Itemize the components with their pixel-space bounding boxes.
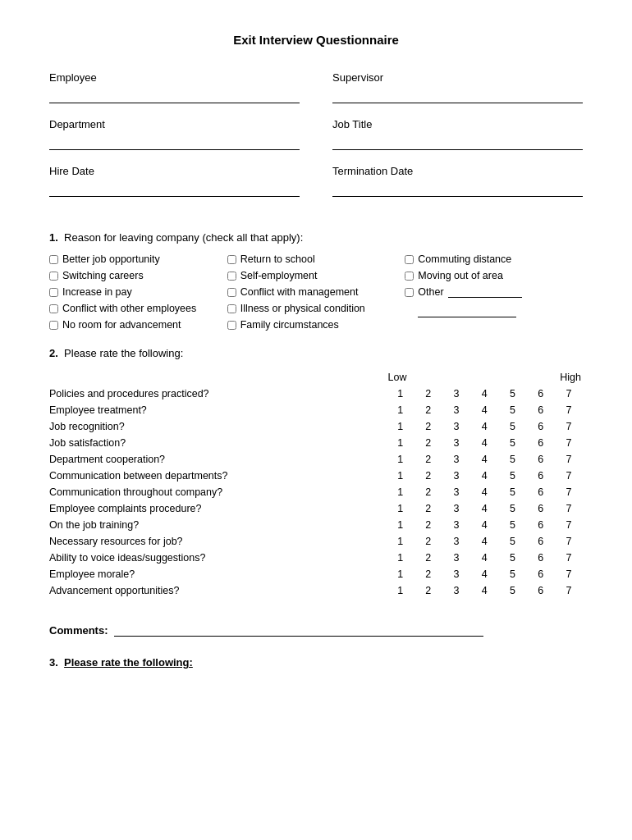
rating-scale-value: 2 <box>414 435 442 451</box>
rating-scale-value: 5 <box>498 468 526 484</box>
rating-scale-value: 7 <box>555 435 583 451</box>
comments-label: Comments: <box>49 624 108 637</box>
rating-scale-value: 4 <box>470 418 498 435</box>
rating-scale-value: 4 <box>470 468 498 484</box>
rating-scale-value: 4 <box>470 484 498 500</box>
rating-scale-value: 4 <box>470 402 498 418</box>
high-header: High <box>555 369 583 386</box>
supervisor-field: Supervisor <box>332 71 583 103</box>
rating-scale-value: 7 <box>555 550 583 566</box>
table-row: Communication throughout company?1234567 <box>49 484 583 500</box>
checkbox-no-room[interactable] <box>49 321 58 330</box>
hire-date-field: Hire Date <box>49 165 300 197</box>
rating-scale-value: 4 <box>470 566 498 582</box>
rating-scale-value: 3 <box>442 566 470 582</box>
label-conflict-employees: Conflict with other employees <box>62 303 196 314</box>
rating-table-header-row: Low High <box>49 369 583 386</box>
checkbox-col2: Return to school Self-employment Conflic… <box>227 253 405 331</box>
checkbox-increase-pay[interactable] <box>49 288 58 297</box>
list-item: No room for advancement <box>49 319 227 331</box>
checkbox-conflict-mgmt[interactable] <box>227 288 236 297</box>
section1-number: 1. <box>49 231 58 244</box>
rating-scale-value: 5 <box>498 566 526 582</box>
checkbox-other[interactable] <box>405 288 414 297</box>
col-num-header-3 <box>442 369 470 386</box>
page-title: Exit Interview Questionnaire <box>49 33 583 47</box>
checkbox-family[interactable] <box>227 321 236 330</box>
rating-scale-value: 5 <box>498 386 526 402</box>
rating-scale-value: 7 <box>555 451 583 468</box>
rating-scale-value: 5 <box>498 402 526 418</box>
comments-line <box>114 622 483 637</box>
rating-scale-value: 4 <box>470 533 498 550</box>
checkbox-conflict-employees[interactable] <box>49 304 58 313</box>
checkbox-col1: Better job opportunity Switching careers… <box>49 253 227 331</box>
rating-scale-value: 1 <box>387 402 414 418</box>
section3-header-row: 3. Please rate the following: <box>49 656 583 669</box>
rating-row-label: Job recognition? <box>49 418 387 435</box>
rating-scale-value: 2 <box>414 484 442 500</box>
rating-scale-value: 2 <box>414 517 442 533</box>
checkbox-self-employment[interactable] <box>227 272 236 281</box>
rating-scale-value: 6 <box>527 451 555 468</box>
rating-scale-value: 4 <box>470 550 498 566</box>
hire-date-label: Hire Date <box>49 165 300 177</box>
table-row: Employee complaints procedure?1234567 <box>49 500 583 517</box>
rating-scale-value: 5 <box>498 435 526 451</box>
rating-scale-value: 3 <box>442 435 470 451</box>
other-fill-line2 <box>418 306 516 317</box>
rating-scale-value: 7 <box>555 468 583 484</box>
rating-row-label: Advancement opportunities? <box>49 582 387 599</box>
rating-scale-value: 2 <box>414 582 442 599</box>
rating-scale-value: 3 <box>442 418 470 435</box>
label-switching-careers: Switching careers <box>62 270 144 281</box>
section2-header: 2. Please rate the following: <box>49 347 583 359</box>
employee-field: Employee <box>49 71 300 103</box>
rating-scale-value: 6 <box>527 468 555 484</box>
checkbox-moving[interactable] <box>405 272 414 281</box>
rating-scale-value: 1 <box>387 386 414 402</box>
rating-scale-value: 6 <box>527 435 555 451</box>
hire-date-line <box>49 180 300 197</box>
employee-label: Employee <box>49 71 300 84</box>
rating-scale-value: 4 <box>470 582 498 599</box>
comments-section: Comments: <box>49 622 583 637</box>
label-other: Other <box>418 286 443 298</box>
rating-scale-value: 7 <box>555 402 583 418</box>
checkbox-commuting[interactable] <box>405 255 414 264</box>
list-item: Switching careers <box>49 270 227 281</box>
termination-date-label: Termination Date <box>332 165 583 177</box>
rating-scale-value: 3 <box>442 484 470 500</box>
rating-row-label: Ability to voice ideas/suggestions? <box>49 550 387 566</box>
list-item: Illness or physical condition <box>227 303 405 314</box>
checkbox-switching-careers[interactable] <box>49 272 58 281</box>
section3-heading: Please rate the following: <box>64 656 193 669</box>
job-title-field: Job Title <box>332 118 583 150</box>
department-line <box>49 134 300 150</box>
rating-row-label: Employee complaints procedure? <box>49 500 387 517</box>
rating-scale-value: 3 <box>442 500 470 517</box>
table-row: Employee morale?1234567 <box>49 566 583 582</box>
table-row: Department cooperation?1234567 <box>49 451 583 468</box>
table-row: Communication between departments?123456… <box>49 468 583 484</box>
rating-scale-value: 1 <box>387 468 414 484</box>
checkbox-return-school[interactable] <box>227 255 236 264</box>
job-title-label: Job Title <box>332 118 583 130</box>
rating-scale-value: 4 <box>470 435 498 451</box>
table-row: Job recognition?1234567 <box>49 418 583 435</box>
label-illness: Illness or physical condition <box>240 303 365 314</box>
rating-scale-value: 2 <box>414 468 442 484</box>
checkbox-better-job[interactable] <box>49 255 58 264</box>
rating-scale-value: 5 <box>498 517 526 533</box>
rating-scale-value: 2 <box>414 566 442 582</box>
col-num-header-5 <box>498 369 526 386</box>
rating-row-label: Communication throughout company? <box>49 484 387 500</box>
checkbox-illness[interactable] <box>227 304 236 313</box>
termination-date-field: Termination Date <box>332 165 583 197</box>
rating-row-label: Necessary resources for job? <box>49 533 387 550</box>
low-header: Low <box>387 369 414 386</box>
rating-scale-value: 6 <box>527 517 555 533</box>
list-item: Conflict with other employees <box>49 303 227 314</box>
employee-line <box>49 87 300 103</box>
rating-scale-value: 1 <box>387 533 414 550</box>
